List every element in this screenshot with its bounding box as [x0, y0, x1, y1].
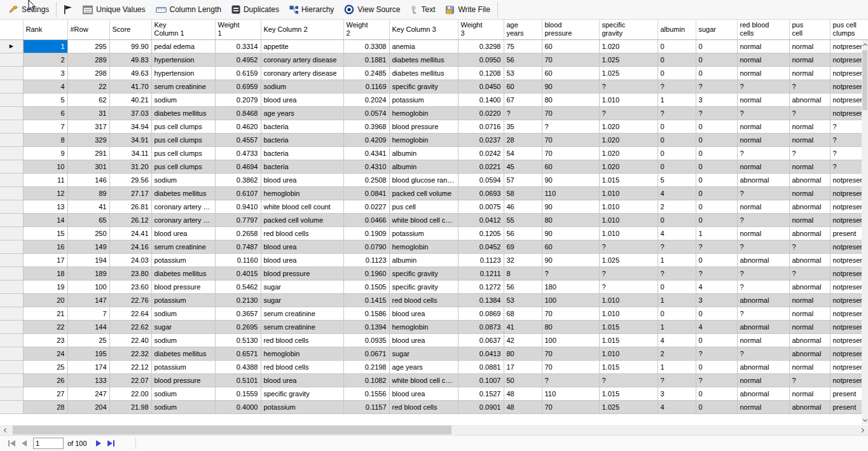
cell-sg[interactable]: 1.015 — [599, 173, 658, 186]
cell-key2[interactable]: coronary artery disease — [261, 53, 343, 66]
cell-age[interactable]: 80 — [504, 347, 542, 360]
row-header-cell[interactable] — [0, 280, 23, 293]
cell-row[interactable]: 62 — [67, 93, 109, 106]
cell-key1[interactable]: diabetes mellitus — [151, 267, 215, 280]
row-header-cell[interactable] — [0, 133, 23, 146]
cell-rank[interactable]: 26 — [23, 373, 67, 387]
cell-sg[interactable]: 1.015 — [599, 360, 658, 373]
cell-row[interactable]: 247 — [67, 387, 109, 400]
cell-key1[interactable]: coronary artery disease — [151, 200, 215, 213]
cell-key2[interactable]: bacteria — [261, 120, 343, 133]
cell-sg[interactable]: ? — [599, 106, 658, 120]
cell-score[interactable]: 34.91 — [109, 133, 151, 146]
cell-score[interactable]: 22.00 — [109, 387, 151, 400]
next-page-button[interactable] — [92, 437, 105, 450]
cell-rank[interactable]: 25 — [23, 360, 67, 373]
cell-key2[interactable]: bacteria — [261, 160, 343, 173]
cell-weight3[interactable]: 0.0220 — [458, 106, 504, 120]
cell-score[interactable]: 22.76 — [109, 293, 151, 307]
cell-weight2[interactable]: 0.0227 — [343, 200, 389, 213]
scroll-down-arrow[interactable] — [862, 415, 868, 424]
cell-weight3[interactable]: 0.1400 — [458, 93, 504, 106]
cell-rank[interactable]: 22 — [23, 320, 67, 333]
scroll-left-arrow[interactable] — [0, 425, 10, 435]
cell-row[interactable]: 25 — [67, 333, 109, 347]
cell-rank[interactable]: 9 — [23, 146, 67, 160]
cell-bp[interactable]: 80 — [542, 320, 599, 333]
cell-weight2[interactable]: 0.3968 — [343, 120, 389, 133]
cell-key1[interactable]: pedal edema — [151, 39, 215, 53]
cell-rbc[interactable]: ? — [737, 213, 789, 226]
cell-pus[interactable]: normal — [789, 213, 830, 226]
column-header-key3[interactable]: Key Column 3 — [389, 20, 458, 39]
cell-rbc[interactable]: normal — [737, 333, 789, 347]
cell-pus[interactable]: normal — [789, 39, 830, 53]
cell-row[interactable]: 144 — [67, 320, 109, 333]
cell-key1[interactable]: sodium — [151, 173, 215, 186]
cell-row[interactable]: 31 — [67, 106, 109, 120]
cell-score[interactable]: 29.56 — [109, 173, 151, 186]
cell-row[interactable]: 329 — [67, 133, 109, 146]
cell-pus[interactable]: abnormal — [789, 253, 830, 267]
cell-weight1[interactable]: 0.4015 — [215, 267, 261, 280]
cell-weight1[interactable]: 0.7487 — [215, 240, 261, 253]
cell-rbc[interactable]: normal — [737, 400, 789, 413]
cell-rank[interactable]: 14 — [23, 213, 67, 226]
cell-albumin[interactable]: ? — [658, 267, 696, 280]
cell-sg[interactable]: 1.010 — [599, 93, 658, 106]
cell-pus[interactable]: ? — [789, 146, 830, 160]
cell-key2[interactable]: red blood cells — [261, 360, 343, 373]
cell-weight2[interactable]: 0.1082 — [343, 373, 389, 387]
cell-weight3[interactable]: 0.1527 — [458, 387, 504, 400]
cell-weight3[interactable]: 0.1384 — [458, 293, 504, 307]
cell-albumin[interactable]: ? — [658, 80, 696, 93]
cell-sugar[interactable]: 0 — [696, 66, 737, 80]
cell-albumin[interactable]: 4 — [658, 400, 696, 413]
cell-key1[interactable]: potassium — [151, 360, 215, 373]
column-header-sg[interactable]: specific gravity — [599, 20, 658, 39]
cell-sg[interactable]: 1.020 — [599, 120, 658, 133]
cell-rbc[interactable]: ? — [737, 186, 789, 200]
cell-key1[interactable]: blood pressure — [151, 373, 215, 387]
row-header-cell[interactable] — [0, 307, 23, 320]
cell-rbc[interactable]: normal — [737, 133, 789, 146]
cell-weight1[interactable]: 0.4000 — [215, 400, 261, 413]
cell-key1[interactable]: sodium — [151, 307, 215, 320]
last-page-button[interactable] — [105, 437, 118, 450]
cell-age[interactable]: 55 — [504, 213, 542, 226]
cell-age[interactable]: 69 — [504, 240, 542, 253]
cell-weight2[interactable]: 0.1586 — [343, 307, 389, 320]
cell-rbc[interactable]: ? — [737, 106, 789, 120]
cell-score[interactable]: 31.20 — [109, 160, 151, 173]
cell-weight2[interactable]: 0.1157 — [343, 400, 389, 413]
cell-sugar[interactable]: 0 — [696, 53, 737, 66]
write-file-button[interactable]: Write File — [440, 1, 495, 18]
cell-key3[interactable]: white blood cell count — [389, 213, 458, 226]
cell-key1[interactable]: sodium — [151, 93, 215, 106]
cell-rbc[interactable]: ? — [737, 267, 789, 280]
row-header-cell[interactable] — [0, 93, 23, 106]
cell-rank[interactable]: 21 — [23, 307, 67, 320]
cell-rbc[interactable]: ? — [737, 280, 789, 293]
column-header-weight2[interactable]: Weight 2 — [343, 20, 389, 39]
cell-score[interactable]: 26.81 — [109, 200, 151, 213]
cell-key2[interactable]: appetite — [261, 39, 343, 53]
cell-sg[interactable]: ? — [599, 373, 658, 387]
column-header-albumin[interactable]: albumin — [658, 20, 696, 39]
cell-weight3[interactable]: 0.1208 — [458, 66, 504, 80]
cell-key3[interactable]: blood pressure — [389, 120, 458, 133]
cell-bp[interactable]: 60 — [542, 66, 599, 80]
cell-row[interactable]: 100 — [67, 280, 109, 293]
cell-pus[interactable]: ? — [789, 106, 830, 120]
column-header-weight3[interactable]: Weight 3 — [458, 20, 504, 39]
cell-pus[interactable]: abnormal — [789, 200, 830, 213]
cell-row[interactable]: 146 — [67, 173, 109, 186]
cell-row[interactable]: 133 — [67, 373, 109, 387]
cell-key1[interactable]: potassium — [151, 253, 215, 267]
column-header-score[interactable]: Score — [109, 20, 151, 39]
row-header-cell[interactable] — [0, 213, 23, 226]
cell-pus[interactable]: abnormal — [789, 280, 830, 293]
cell-weight2[interactable]: 0.2198 — [343, 360, 389, 373]
cell-score[interactable]: 41.70 — [109, 80, 151, 93]
cell-row[interactable]: 295 — [67, 39, 109, 53]
